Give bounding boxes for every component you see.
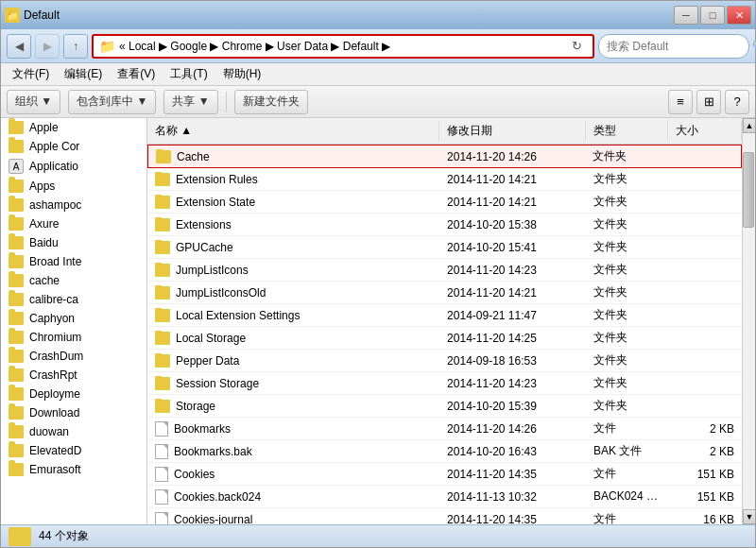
folder-icon <box>9 140 24 153</box>
table-row[interactable]: Bookmarks 2014-11-20 14:26 文件 2 KB <box>147 418 742 440</box>
folder-icon <box>155 286 170 300</box>
scroll-thumb[interactable] <box>743 152 754 228</box>
scroll-down-button[interactable]: ▼ <box>743 509 755 524</box>
forward-button[interactable]: ▶ <box>35 34 60 59</box>
folder-icon <box>9 350 24 363</box>
help-button[interactable]: ? <box>725 90 749 114</box>
col-header-size[interactable]: 大小 <box>668 121 742 141</box>
file-cell-type: BACK024 文件 <box>586 488 668 505</box>
back-button[interactable]: ◀ <box>7 34 31 59</box>
document-icon <box>155 512 168 525</box>
col-header-date[interactable]: 修改日期 <box>439 121 586 141</box>
sidebar-item-crashdum[interactable]: CrashDum <box>1 347 146 366</box>
file-cell-type: 文件夹 <box>586 261 668 279</box>
address-box[interactable]: 📁 « Local ▶ Google ▶ Chrome ▶ User Data … <box>92 34 594 59</box>
titlebar-title: Default <box>24 9 60 22</box>
sidebar-item-duowan[interactable]: duowan <box>1 422 146 441</box>
file-cell-type: 文件夹 <box>586 351 668 369</box>
table-row[interactable]: Cookies 2014-11-20 14:35 文件 151 KB <box>147 463 742 486</box>
file-cell-size <box>668 383 742 385</box>
table-row[interactable]: Local Extension Settings 2014-09-21 11:4… <box>147 304 742 327</box>
sidebar-item-crashrpt[interactable]: CrashRpt <box>1 366 146 385</box>
status-folder-icon <box>9 527 31 546</box>
sidebar-item-applicatio[interactable]: A Applicatio <box>1 156 146 177</box>
menubar: 文件(F) 编辑(E) 查看(V) 工具(T) 帮助(H) <box>1 63 755 86</box>
sidebar-item-baidu[interactable]: Baidu <box>1 233 146 252</box>
file-cell-name: JumpListIcons <box>147 263 439 278</box>
sidebar-item-ashampoc[interactable]: ashampoc <box>1 196 146 214</box>
table-row[interactable]: Pepper Data 2014-09-18 16:53 文件夹 <box>147 350 742 372</box>
sidebar-item-emurasoft[interactable]: Emurasoft <box>1 460 146 479</box>
file-cell-type: 文件夹 <box>586 306 668 324</box>
menu-help[interactable]: 帮助(H) <box>215 64 269 84</box>
right-scrollbar[interactable]: ▲ ▼ <box>742 118 755 524</box>
table-row[interactable]: Cache 2014-11-20 14:26 文件夹 <box>147 145 742 168</box>
search-box[interactable]: 🔍 <box>598 34 749 59</box>
document-icon <box>155 444 168 459</box>
sidebar-item-caphyon[interactable]: Caphyon <box>1 309 146 328</box>
menu-edit[interactable]: 编辑(E) <box>57 64 110 84</box>
refresh-button[interactable]: ↻ <box>566 36 587 57</box>
document-icon <box>155 489 168 505</box>
table-row[interactable]: Extension Rules 2014-11-20 14:21 文件夹 <box>147 168 742 191</box>
file-cell-size <box>668 405 742 407</box>
table-row[interactable]: GPUCache 2014-10-20 15:41 文件夹 <box>147 236 742 259</box>
menu-file[interactable]: 文件(F) <box>5 64 57 84</box>
view-list-button[interactable]: ≡ <box>668 90 693 114</box>
file-cell-type: 文件夹 <box>586 374 668 392</box>
table-row[interactable]: JumpListIconsOld 2014-11-20 14:21 文件夹 <box>147 282 742 304</box>
maximize-button[interactable]: □ <box>700 6 725 25</box>
minimize-button[interactable]: ─ <box>674 6 698 25</box>
organize-button[interactable]: 组织 ▼ <box>7 90 60 114</box>
view-tile-button[interactable]: ⊞ <box>696 90 721 114</box>
file-cell-name: Local Extension Settings <box>147 308 439 323</box>
close-button[interactable]: ✕ <box>727 6 751 25</box>
sidebar-item-broad-inte[interactable]: Broad Inte <box>1 252 146 271</box>
share-button[interactable]: 共享 ▼ <box>163 90 217 114</box>
table-row[interactable]: JumpListIcons 2014-11-20 14:23 文件夹 <box>147 259 742 282</box>
table-row[interactable]: Session Storage 2014-11-20 14:23 文件夹 <box>147 372 742 395</box>
sidebar-item-elevatedd[interactable]: ElevatedD <box>1 441 146 460</box>
sidebar-item-calibre[interactable]: calibre-ca <box>1 290 146 309</box>
folder-icon <box>155 173 170 186</box>
titlebar-folder-icon: 📁 <box>5 8 20 23</box>
table-row[interactable]: Local Storage 2014-11-20 14:25 文件夹 <box>147 327 742 350</box>
file-cell-size <box>668 201 742 203</box>
file-cell-date: 2014-11-20 14:25 <box>439 331 586 346</box>
col-header-name[interactable]: 名称 ▲ <box>147 121 439 141</box>
file-cell-size <box>668 156 741 158</box>
file-cell-date: 2014-11-20 14:35 <box>439 512 586 525</box>
sidebar-item-apple-cor[interactable]: Apple Cor <box>1 137 146 156</box>
sidebar-item-apps[interactable]: Apps <box>1 177 146 196</box>
search-icon: 🔍 <box>752 40 756 53</box>
folder-icon <box>155 241 170 254</box>
sidebar-item-apple[interactable]: Apple <box>1 118 146 137</box>
titlebar-buttons: ─ □ ✕ <box>674 6 751 25</box>
menu-view[interactable]: 查看(V) <box>110 64 163 84</box>
table-row[interactable]: Extensions 2014-10-20 15:38 文件夹 <box>147 214 742 236</box>
folder-icon <box>155 354 170 368</box>
folder-icon <box>9 217 24 231</box>
file-cell-date: 2014-11-20 14:21 <box>439 172 586 187</box>
file-cell-date: 2014-09-18 16:53 <box>439 353 586 368</box>
table-row[interactable]: Storage 2014-10-20 15:39 文件夹 <box>147 395 742 418</box>
scroll-up-button[interactable]: ▲ <box>743 118 755 133</box>
table-row[interactable]: Extension State 2014-11-20 14:21 文件夹 <box>147 191 742 214</box>
sidebar-item-axure[interactable]: Axure <box>1 214 146 233</box>
include-button[interactable]: 包含到库中 ▼ <box>68 90 156 114</box>
col-header-type[interactable]: 类型 <box>586 121 668 141</box>
file-cell-size: 151 KB <box>668 467 742 482</box>
table-row[interactable]: Cookies-journal 2014-11-20 14:35 文件 16 K… <box>147 508 742 524</box>
sidebar-item-chromium[interactable]: Chromium <box>1 328 146 347</box>
new-folder-button[interactable]: 新建文件夹 <box>234 90 308 114</box>
document-icon <box>155 421 168 437</box>
sidebar-item-cache[interactable]: cache <box>1 271 146 290</box>
sidebar-item-download[interactable]: Download <box>1 403 146 422</box>
sidebar-item-deployme[interactable]: Deployme <box>1 385 146 403</box>
search-input[interactable] <box>607 40 748 53</box>
table-row[interactable]: Cookies.back024 2014-11-13 10:32 BACK024… <box>147 486 742 508</box>
table-row[interactable]: Bookmarks.bak 2014-10-20 16:43 BAK 文件 2 … <box>147 440 742 463</box>
up-button[interactable]: ↑ <box>63 34 88 59</box>
menu-tools[interactable]: 工具(T) <box>163 64 215 84</box>
file-cell-name: GPUCache <box>147 240 439 255</box>
